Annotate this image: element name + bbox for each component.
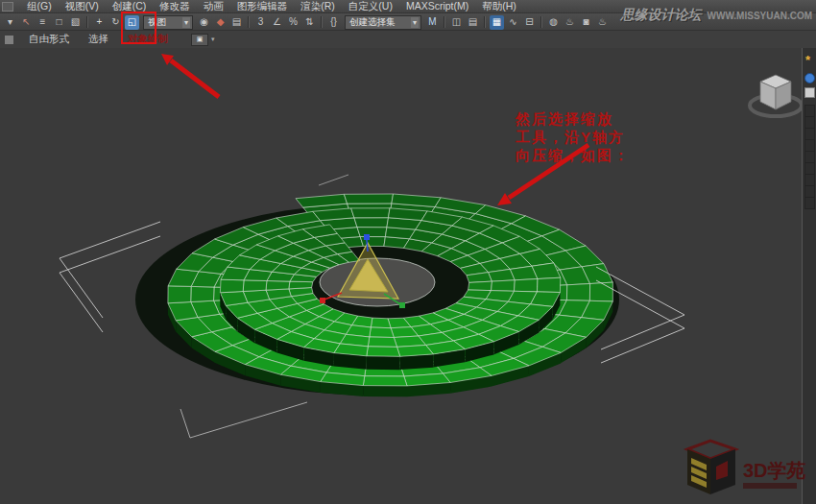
modifier-stack-edge[interactable] (804, 105, 815, 209)
ribbon-display-toggle-button[interactable]: ▣ (191, 34, 208, 46)
perspective-viewport[interactable] (0, 47, 803, 504)
combo-caret-icon[interactable]: ▾ (411, 17, 419, 28)
select-scale-icon[interactable]: ◱ (125, 15, 139, 30)
ribbon-tab-row: 自由形式选择对象绘制 ▣ ▾ (0, 30, 816, 48)
menu-item[interactable]: 创建(C) (106, 0, 154, 12)
material-editor-icon[interactable]: ◍ (546, 15, 561, 30)
align-icon[interactable]: ◫ (449, 15, 464, 30)
selection-bracket (180, 402, 307, 438)
ribbon-tab[interactable]: 选择 (79, 33, 118, 46)
ribbon-minimize-icon[interactable] (5, 36, 13, 44)
site-watermark-name: 思缘设计论坛 (621, 7, 702, 24)
gizmo-z-handle[interactable] (364, 234, 370, 240)
menu-item[interactable]: 自定义(U) (342, 0, 399, 12)
use-pivot-center-icon[interactable]: ◉ (197, 15, 211, 30)
menu-item[interactable]: 帮助(H) (475, 0, 523, 12)
toolbar-separator (86, 16, 88, 28)
graphite-toggle-icon[interactable]: ▦ (490, 15, 504, 30)
callout-line: 然后选择缩放 (516, 109, 630, 128)
brand-text: 3D学苑 (743, 460, 806, 481)
named-sets-edit-icon[interactable]: {} (326, 15, 341, 30)
ribbon-tab[interactable]: 对象绘制 (118, 33, 178, 46)
select-object-icon[interactable]: ↖ (19, 15, 34, 30)
site-watermark: 思缘设计论坛WWW.MISSYUAN.COM (621, 6, 812, 24)
layer-manager-icon[interactable]: ▤ (466, 15, 480, 30)
selection-filter-caret[interactable]: ▾ (3, 15, 17, 30)
spinner-snap-icon[interactable]: ⇅ (302, 15, 317, 30)
curve-editor-icon[interactable]: ∿ (506, 15, 520, 30)
menu-item[interactable]: 图形编辑器 (230, 0, 295, 12)
max-window: { "header": { "menu_items": ["组(G)", "视图… (0, 0, 816, 504)
ribbon-tab[interactable]: 自由形式 (19, 33, 79, 46)
menu-item[interactable]: 渲染(R) (294, 0, 342, 12)
callout-text: 然后选择缩放工具，沿Y轴方向压缩，如图： (516, 109, 630, 164)
brand-watermark: 3D学苑 (666, 437, 810, 502)
combo-caret-icon[interactable]: ▾ (182, 17, 190, 28)
gizmo-z-axis[interactable] (367, 240, 368, 252)
menu-item[interactable]: MAXScript(M) (399, 0, 475, 12)
motion-sphere-icon[interactable] (804, 73, 815, 84)
schematic-view-icon[interactable]: ⊟ (522, 15, 537, 30)
percent-snap-icon[interactable]: % (286, 15, 300, 30)
menu-items: 组(G)视图(V)创建(C)修改器动画图形编辑器渲染(R)自定义(U)MAXSc… (20, 0, 523, 12)
mirror-icon[interactable]: M (425, 15, 440, 30)
ribbon-options-caret-icon[interactable]: ▾ (211, 36, 215, 43)
toolbar-separator (321, 16, 323, 28)
toolbar-separator (444, 16, 445, 28)
menu-item[interactable]: 组(G) (20, 0, 59, 12)
systems-light-icon[interactable]: * (805, 53, 810, 67)
render-setup-icon[interactable]: ♨ (563, 15, 577, 30)
menu-item[interactable]: 修改器 (153, 0, 197, 12)
select-manipulate-icon[interactable]: ◆ (213, 15, 228, 30)
angle-snap-icon[interactable]: ∠ (270, 15, 284, 30)
toolbar-separator (540, 16, 542, 28)
callout-line: 工具，沿Y轴方 (516, 128, 630, 146)
clipped-menu-fragment-icon (2, 2, 13, 12)
select-by-name-icon[interactable]: ≡ (36, 15, 50, 30)
keyboard-override-icon[interactable]: ▤ (229, 15, 244, 30)
rendered-frame-icon[interactable]: ◙ (579, 15, 593, 30)
toolbar-separator (484, 16, 486, 28)
select-move-icon[interactable]: + (92, 15, 107, 30)
panel-button[interactable] (804, 87, 815, 98)
select-rotate-icon[interactable]: ↻ (108, 15, 123, 30)
command-panel-edge: * (802, 47, 816, 504)
rectangular-region-icon[interactable]: □ (52, 15, 66, 30)
site-watermark-url: WWW.MISSYUAN.COM (708, 11, 812, 21)
gizmo-y-handle[interactable] (399, 302, 405, 308)
reference-coordinate-combo[interactable]: 视图▾ (143, 15, 193, 30)
toolbar-separator (248, 16, 250, 28)
menu-item[interactable]: 动画 (197, 0, 230, 12)
viewport-scene (0, 48, 803, 504)
gizmo-x-handle[interactable] (320, 298, 325, 303)
callout-line: 向压缩，如图： (516, 146, 630, 164)
named-selection-set-combo[interactable]: 创建选择集▾ (345, 15, 421, 30)
ribbon-tabs: 自由形式选择对象绘制 (19, 33, 178, 46)
render-production-icon[interactable]: ♨ (595, 15, 610, 30)
snap-3d-icon[interactable]: 3 (253, 15, 268, 30)
menu-item[interactable]: 视图(V) (59, 0, 106, 12)
selection-bracket (319, 175, 348, 185)
window-crossing-icon[interactable]: ▧ (68, 15, 83, 30)
